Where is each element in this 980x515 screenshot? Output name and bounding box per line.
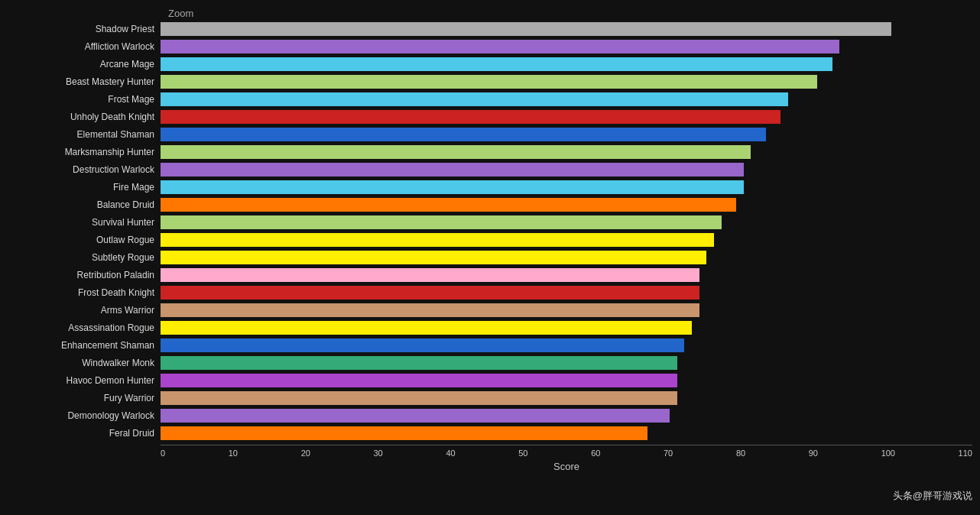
bar-label: Outlaw Rogue [8,235,161,245]
bar-row: Fury Warrior [8,390,972,406]
bar-fill [161,426,647,440]
bar-label: Shadow Priest [8,24,161,34]
bar-track [161,338,972,352]
x-ticks: 0102030405060708090100110 [161,449,972,458]
chart-area: Shadow PriestAffliction WarlockArcane Ma… [8,21,972,442]
x-tick: 80 [736,449,745,458]
bar-track [161,409,972,423]
bar-label: Survival Hunter [8,217,161,228]
bar-fill [161,57,832,71]
bar-row: Havoc Demon Hunter [8,372,972,389]
bar-label: Subtlety Rogue [8,252,161,263]
bar-fill [161,22,891,36]
bar-row: Outlaw Rogue [8,232,972,248]
bar-fill [161,163,744,177]
bar-track [161,180,972,194]
bar-fill [161,215,722,229]
bar-row: Fire Mage [8,179,972,196]
bar-label: Assassination Rogue [8,322,161,333]
bar-row: Arms Warrior [8,302,972,319]
bar-fill [161,40,839,53]
bar-fill [161,92,788,106]
bar-fill [161,356,677,370]
bar-fill [161,75,817,89]
bar-label: Beast Mastery Hunter [8,76,161,87]
bar-row: Assassination Rogue [8,319,972,336]
bar-label: Affliction Warlock [8,41,161,52]
bar-fill [161,110,780,124]
bar-fill [161,391,677,405]
x-tick: 50 [518,449,527,458]
x-tick: 110 [959,449,972,458]
bar-row: Subtlety Rogue [8,249,972,266]
bar-track [161,286,972,300]
bar-track [161,110,972,124]
bar-track [161,40,972,53]
bar-label: Feral Druid [8,428,161,439]
bar-fill [161,303,699,317]
bar-row: Frost Death Knight [8,284,972,301]
bar-row: Affliction Warlock [8,38,972,55]
x-axis: 0102030405060708090100110 Score [161,445,972,472]
x-tick: 90 [809,449,818,458]
bar-row: Feral Druid [8,425,972,442]
bar-track [161,92,972,106]
bar-label: Unholy Death Knight [8,112,161,122]
bar-fill [161,251,706,264]
bar-fill [161,268,699,282]
bar-fill [161,374,677,387]
bar-track [161,426,972,440]
bar-track [161,268,972,282]
bar-track [161,374,972,387]
bar-row: Balance Druid [8,196,972,213]
bar-label: Frost Death Knight [8,287,161,298]
bar-row: Retribution Paladin [8,267,972,283]
bar-fill [161,128,766,141]
bar-label: Destruction Warlock [8,164,161,175]
bar-row: Arcane Mage [8,56,972,73]
bar-fill [161,198,736,212]
bar-row: Survival Hunter [8,214,972,231]
x-tick: 10 [229,449,238,458]
bar-row: Marksmanship Hunter [8,144,972,160]
bar-label: Balance Druid [8,199,161,210]
bar-label: Fury Warrior [8,393,161,403]
bar-label: Marksmanship Hunter [8,147,161,157]
bar-track [161,128,972,141]
x-tick: 30 [374,449,383,458]
bar-label: Arms Warrior [8,305,161,316]
bar-track [161,57,972,71]
x-tick: 60 [591,449,600,458]
bar-track [161,215,972,229]
bar-label: Enhancement Shaman [8,340,161,351]
x-tick: 20 [301,449,310,458]
bar-track [161,233,972,247]
bar-row: Unholy Death Knight [8,109,972,125]
watermark: 头条@胖哥游戏说 [893,489,972,503]
bar-fill [161,286,699,300]
bar-track [161,145,972,159]
bar-fill [161,145,751,159]
bar-row: Shadow Priest [8,21,972,37]
bar-fill [161,409,670,423]
x-tick: 0 [161,449,165,458]
bar-fill [161,338,684,352]
bar-label: Demonology Warlock [8,410,161,421]
chart-container: Zoom Shadow PriestAffliction WarlockArca… [0,0,980,510]
bar-fill [161,233,714,247]
x-tick: 100 [881,449,895,458]
x-tick: 70 [664,449,673,458]
bar-track [161,163,972,177]
bar-track [161,198,972,212]
x-axis-label: Score [161,461,972,472]
bar-label: Fire Mage [8,182,161,193]
bar-fill [161,180,744,194]
zoom-label: Zoom [168,8,972,19]
bar-row: Elemental Shaman [8,126,972,143]
bar-track [161,251,972,264]
bar-track [161,303,972,317]
bar-label: Havoc Demon Hunter [8,375,161,386]
x-tick: 40 [446,449,455,458]
bar-track [161,75,972,89]
bar-label: Arcane Mage [8,59,161,70]
